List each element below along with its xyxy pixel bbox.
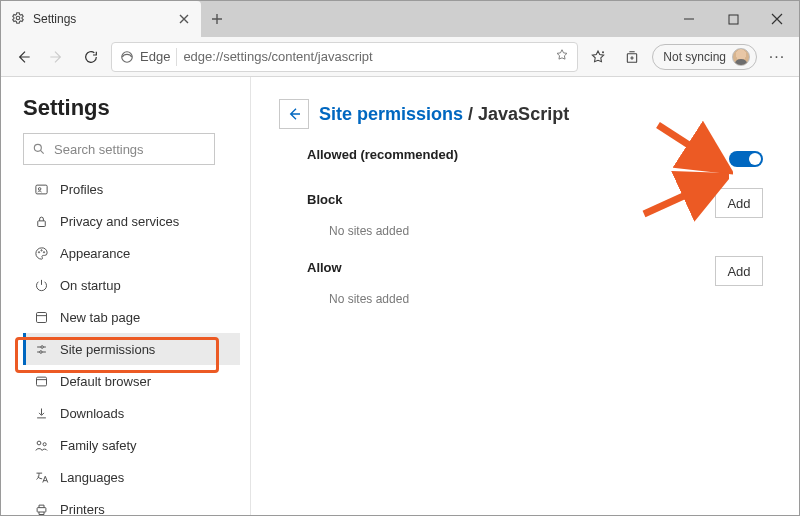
edge-icon (120, 50, 134, 64)
close-tab-button[interactable] (177, 12, 191, 26)
sidebar-item-label: On startup (60, 278, 121, 293)
allow-add-button[interactable]: Add (715, 256, 763, 286)
block-add-button[interactable]: Add (715, 188, 763, 218)
window-root: Settings (0, 0, 800, 516)
browser-icon (32, 374, 50, 389)
family-icon (32, 438, 50, 453)
allowed-toggle[interactable] (729, 151, 763, 167)
lock-icon (32, 214, 50, 229)
svg-point-6 (38, 187, 41, 190)
svg-point-12 (40, 345, 43, 348)
language-icon (32, 470, 50, 485)
sidebar-item-label: Printers (60, 502, 105, 516)
profile-button[interactable]: Not syncing (652, 44, 757, 70)
sidebar-item-startup[interactable]: On startup (23, 269, 240, 301)
allowed-label: Allowed (recommended) (307, 147, 458, 162)
svg-point-4 (34, 144, 41, 151)
row-allow: Allow Add (307, 256, 771, 286)
section-block: Block Add No sites added (307, 188, 771, 238)
content-pane: Site permissions / JavaScript Allowed (r… (251, 77, 799, 515)
avatar-icon (732, 48, 750, 66)
sidebar-item-privacy[interactable]: Privacy and services (23, 205, 240, 237)
sidebar-item-label: Appearance (60, 246, 130, 261)
edge-label: Edge (140, 49, 170, 64)
sidebar-item-site-permissions[interactable]: Site permissions (23, 333, 240, 365)
new-tab-button[interactable] (201, 1, 233, 37)
sidebar-item-appearance[interactable]: Appearance (23, 237, 240, 269)
svg-rect-5 (35, 185, 46, 194)
allow-empty-text: No sites added (329, 292, 771, 306)
sidebar-item-languages[interactable]: Languages (23, 461, 240, 493)
browser-tab[interactable]: Settings (1, 1, 201, 37)
breadcrumb-leaf: JavaScript (478, 104, 569, 124)
content-back-button[interactable] (279, 99, 309, 129)
search-settings-input[interactable]: Search settings (23, 133, 215, 165)
svg-rect-1 (729, 15, 738, 24)
gear-icon (11, 11, 25, 28)
close-window-button[interactable] (755, 1, 799, 37)
breadcrumb: Site permissions / JavaScript (319, 104, 569, 125)
svg-point-15 (37, 441, 41, 445)
toolbar: Edge edge://settings/content/javascript … (1, 37, 799, 77)
sidebar-item-label: Default browser (60, 374, 151, 389)
sidebar-item-family[interactable]: Family safety (23, 429, 240, 461)
sidebar-item-downloads[interactable]: Downloads (23, 397, 240, 429)
sidebar-item-label: Site permissions (60, 342, 155, 357)
svg-point-8 (38, 251, 39, 252)
printer-icon (32, 502, 50, 516)
body: Settings Search settings Profiles Privac… (1, 77, 799, 515)
sidebar-item-label: Downloads (60, 406, 124, 421)
search-icon (32, 142, 46, 156)
svg-rect-7 (37, 220, 45, 226)
sync-label: Not syncing (663, 50, 726, 64)
sidebar: Settings Search settings Profiles Privac… (1, 77, 251, 515)
nav-back-button[interactable] (9, 43, 37, 71)
section-allow: Allow Add No sites added (307, 256, 771, 306)
block-empty-text: No sites added (329, 224, 771, 238)
row-block: Block Add (307, 188, 771, 218)
breadcrumb-sep: / (463, 104, 478, 124)
breadcrumb-parent-link[interactable]: Site permissions (319, 104, 463, 124)
svg-point-2 (122, 51, 133, 62)
add-label: Add (727, 196, 750, 211)
sidebar-item-label: Profiles (60, 182, 103, 197)
address-bar[interactable]: Edge edge://settings/content/javascript (111, 42, 578, 72)
add-label: Add (727, 264, 750, 279)
power-icon (32, 278, 50, 293)
breadcrumb-row: Site permissions / JavaScript (279, 99, 771, 129)
svg-rect-17 (37, 507, 46, 511)
tab-title: Settings (33, 12, 169, 26)
svg-point-16 (43, 442, 46, 445)
favorites-button[interactable] (584, 43, 612, 71)
svg-rect-11 (36, 312, 46, 322)
collections-button[interactable] (618, 43, 646, 71)
nav-forward-button (43, 43, 71, 71)
download-icon (32, 406, 50, 421)
minimize-button[interactable] (667, 1, 711, 37)
svg-point-13 (39, 350, 42, 353)
settings-nav: Profiles Privacy and services Appearance… (23, 173, 240, 515)
svg-point-0 (16, 16, 20, 20)
edge-identity: Edge (120, 49, 170, 64)
svg-point-9 (40, 249, 41, 250)
block-label: Block (307, 192, 342, 207)
address-url: edge://settings/content/javascript (183, 49, 549, 64)
sidebar-item-label: New tab page (60, 310, 140, 325)
window-controls (667, 1, 799, 37)
addr-divider (176, 48, 177, 66)
favorite-star-icon[interactable] (555, 48, 569, 65)
svg-rect-14 (36, 377, 46, 386)
maximize-button[interactable] (711, 1, 755, 37)
sidebar-item-profiles[interactable]: Profiles (23, 173, 240, 205)
refresh-button[interactable] (77, 43, 105, 71)
sidebar-item-printers[interactable]: Printers (23, 493, 240, 515)
settings-heading: Settings (23, 95, 240, 121)
profile-card-icon (32, 182, 50, 197)
sidebar-item-default-browser[interactable]: Default browser (23, 365, 240, 397)
palette-icon (32, 246, 50, 261)
search-placeholder: Search settings (54, 142, 144, 157)
sidebar-item-newtab[interactable]: New tab page (23, 301, 240, 333)
page-icon (32, 310, 50, 325)
sidebar-item-label: Languages (60, 470, 124, 485)
more-menu-button[interactable]: ··· (763, 43, 791, 71)
